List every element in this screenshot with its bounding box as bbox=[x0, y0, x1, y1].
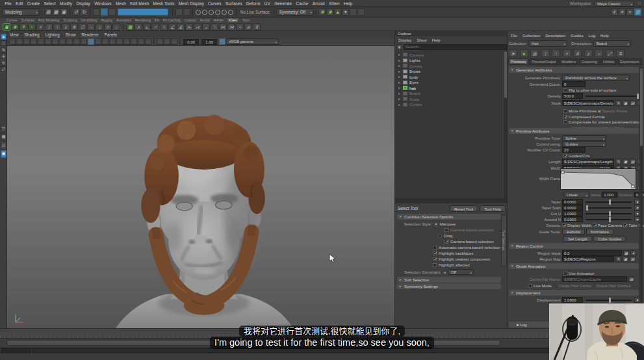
tool-help-button[interactable]: Tool Help bbox=[480, 205, 506, 212]
taper-start-slider[interactable] bbox=[586, 207, 632, 209]
menu-item[interactable]: Help bbox=[342, 1, 355, 6]
hypershade-icon[interactable] bbox=[215, 10, 220, 15]
xgen-menu-item[interactable]: Collection bbox=[522, 33, 540, 38]
shelf-icon[interactable]: ⋉ bbox=[219, 23, 227, 31]
shelf-icon[interactable]: ⍀ bbox=[160, 23, 168, 31]
outliner-menu-item[interactable]: Help bbox=[432, 38, 441, 42]
menu-item[interactable]: Display bbox=[74, 1, 92, 6]
display-width-checkbox[interactable]: ✓ bbox=[562, 224, 566, 227]
shelf-icon[interactable]: ⋏ bbox=[135, 23, 142, 31]
shelf-tab[interactable]: FX bbox=[155, 18, 159, 22]
shelf-icon[interactable]: ⟀ bbox=[143, 23, 151, 31]
shelf-icon[interactable]: ∡ bbox=[177, 23, 185, 31]
command-line[interactable] bbox=[0, 347, 644, 354]
shelf-icon[interactable]: ⋊ bbox=[227, 23, 235, 31]
delete-hair-caches-link[interactable]: Delete Hair Caches bbox=[597, 283, 631, 288]
safe-action-icon[interactable] bbox=[81, 38, 87, 45]
multisample-icon[interactable] bbox=[138, 38, 144, 45]
load-map-icon[interactable]: ▤ bbox=[630, 256, 636, 262]
shelf-icon[interactable]: ⟓ bbox=[202, 23, 210, 31]
around-n-field[interactable]: 0.0000 bbox=[562, 216, 583, 222]
bookmark-icon[interactable] bbox=[31, 38, 37, 45]
use-all-lights-icon[interactable] bbox=[109, 38, 116, 45]
paint-map-icon[interactable]: ✎ bbox=[615, 256, 621, 262]
xgen-add-collection-icon[interactable]: ✚ bbox=[326, 8, 333, 16]
reset-tool-button[interactable]: Reset Tool bbox=[450, 205, 478, 212]
camera-attributes-icon[interactable] bbox=[23, 38, 30, 45]
shelf-tab[interactable]: Arnold bbox=[200, 18, 210, 22]
compensate-checkbox[interactable] bbox=[563, 120, 567, 124]
collection-dropdown[interactable]: Hair bbox=[528, 40, 567, 47]
menu-item[interactable]: Edit bbox=[14, 1, 25, 6]
shelf-icon[interactable]: ⋌ bbox=[194, 23, 201, 31]
filter-icon[interactable]: ▼ bbox=[396, 44, 402, 50]
guides-cv-checkbox[interactable]: ✓ bbox=[563, 154, 567, 158]
symmetry-dropdown[interactable]: Symmetry: Off bbox=[276, 8, 314, 16]
camera-based-checkbox-2[interactable]: ✓ bbox=[444, 240, 448, 244]
ramp-value-field[interactable]: 1.000 bbox=[602, 192, 617, 198]
shelf-icon[interactable]: ⌖ bbox=[36, 23, 44, 31]
map-menu-icon[interactable]: ▾ bbox=[630, 250, 636, 256]
lasso-tool-icon[interactable]: ◌ bbox=[1, 40, 6, 46]
render-settings-icon[interactable] bbox=[209, 10, 214, 15]
use-animation-checkbox[interactable] bbox=[563, 272, 567, 276]
set-length-button[interactable]: Set Length bbox=[563, 236, 592, 242]
tool-settings-side-tab[interactable]: Tool Settings bbox=[501, 214, 507, 266]
shelf-tab[interactable]: Poly Modeling bbox=[38, 18, 60, 22]
rotate-tool-icon[interactable]: ↻ bbox=[1, 60, 6, 66]
paint-map-icon[interactable]: ✎ bbox=[615, 159, 621, 164]
move-tool-icon[interactable]: ✛ bbox=[1, 53, 6, 59]
outliner-scrollbar[interactable] bbox=[504, 51, 507, 200]
layout-current-icon[interactable]: ▣ bbox=[1, 150, 6, 158]
xgen-preview-icon[interactable]: ● bbox=[520, 49, 528, 57]
save-scene-icon[interactable]: ▣ bbox=[60, 8, 68, 16]
menu-item[interactable]: Cache bbox=[294, 1, 310, 6]
section-symmetry-settings[interactable]: Symmetry Settings bbox=[397, 283, 501, 289]
viewport-menu-item[interactable]: Renderer bbox=[81, 32, 98, 37]
depth-of-field-icon[interactable] bbox=[145, 38, 151, 45]
modifier-cv-count-field[interactable]: 20 bbox=[562, 147, 586, 153]
around-n-slider[interactable] bbox=[586, 219, 632, 220]
layout-persp-outliner-icon[interactable]: ◫ bbox=[1, 142, 6, 149]
shelf-icon[interactable]: ⍋ bbox=[62, 23, 70, 31]
create-hair-cache-link[interactable]: Create Hair Cache bbox=[558, 283, 591, 288]
auto-camera-checkbox[interactable] bbox=[433, 246, 437, 250]
control-using-dropdown[interactable]: Guides bbox=[562, 141, 606, 147]
shelf-tab[interactable]: Curves bbox=[6, 18, 17, 22]
flip-surface-checkbox[interactable] bbox=[563, 88, 567, 92]
shelf-icon[interactable]: ⍙ bbox=[96, 23, 103, 31]
tube-shade-checkbox[interactable]: ✓ bbox=[623, 224, 627, 227]
outliner-item-label-selected[interactable]: hair bbox=[409, 86, 416, 90]
highlight-backfaces-checkbox[interactable]: ✓ bbox=[433, 251, 437, 255]
section-guide-animation[interactable]: Guide Animation bbox=[509, 263, 639, 269]
toolbox-icon[interactable] bbox=[350, 8, 357, 16]
live-surface-status[interactable]: No Live Surface bbox=[238, 10, 272, 14]
shelf-icon[interactable]: ∠ bbox=[168, 23, 176, 31]
outliner-item-label[interactable]: Guides bbox=[409, 102, 422, 107]
section-primitive-attributes[interactable]: Primitive Attributes bbox=[509, 128, 639, 134]
xgen-select-tool-icon[interactable]: ➤ bbox=[509, 49, 517, 57]
shelf-tab[interactable]: Custom bbox=[185, 18, 196, 22]
new-scene-icon[interactable]: ▤ bbox=[45, 8, 52, 16]
selection-constraint-dropdown[interactable]: Off bbox=[448, 269, 474, 275]
grid-toggle-icon[interactable] bbox=[357, 8, 365, 16]
menu-item[interactable]: Arnold bbox=[311, 1, 327, 6]
workspace-dropdown[interactable]: Maya Classic bbox=[594, 1, 634, 6]
xgen-flip-icon[interactable]: ⇅ bbox=[616, 49, 625, 57]
field-chart-icon[interactable] bbox=[73, 38, 80, 45]
highlight-affected-checkbox[interactable] bbox=[433, 263, 437, 267]
tab-expressions[interactable]: Expressions bbox=[617, 58, 641, 65]
shelf-icon[interactable]: ⟟ bbox=[45, 23, 53, 31]
menu-item[interactable]: Curves bbox=[206, 1, 224, 6]
grid-icon[interactable] bbox=[45, 38, 51, 45]
xgen-scrollbar[interactable] bbox=[639, 67, 643, 327]
xgen-sculpt-guide-icon[interactable]: ⌖ bbox=[563, 49, 571, 57]
outliner-list[interactable]: ►Camera ►Lights ►Curves ►Brows ►body ►Ey… bbox=[395, 51, 503, 200]
outliner-menu-item[interactable]: Display bbox=[398, 38, 411, 42]
region-map-field[interactable]: $(DESC)/Regions bbox=[562, 256, 614, 262]
viewport-menu-item[interactable]: Show bbox=[66, 32, 76, 37]
cut-u-slider[interactable] bbox=[586, 213, 632, 214]
menu-item[interactable]: Mesh Display bbox=[176, 1, 205, 6]
viewport-menu-item[interactable]: Panels bbox=[105, 32, 117, 37]
drag-radio[interactable] bbox=[438, 234, 442, 238]
